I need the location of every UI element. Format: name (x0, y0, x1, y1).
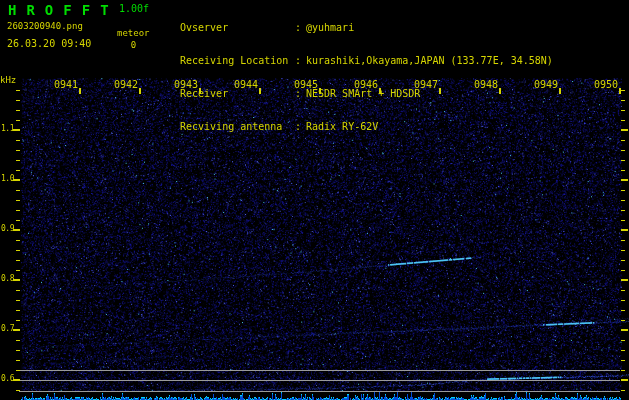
header-value: kurashiki,Okayama,JAPAN (133.77E, 34.58N… (306, 55, 553, 66)
freq-tick-label: 0.9 (0, 225, 14, 233)
header-value: Radix RY-62V (306, 121, 378, 132)
app-version: 1.00f (119, 4, 149, 14)
time-tick-label: 0949 (532, 80, 558, 90)
header-colon: : (295, 23, 306, 33)
header-label: Recviving antenna (180, 122, 295, 132)
header-colon: : (295, 122, 306, 132)
time-tick-label: 0944 (232, 80, 258, 90)
header-label: Ovserver (180, 23, 295, 33)
header-row-receiver: Receiver:NESDR SMArt + HDSDR (180, 89, 553, 102)
freq-axis-unit: kHz (0, 76, 16, 85)
header-value: @yuhmari (306, 22, 354, 33)
freq-tick-label: 1.0 (0, 175, 14, 183)
header-row-antenna: Recviving antenna:Radix RY-62V (180, 122, 553, 135)
time-tick-label: 0941 (52, 80, 78, 90)
observation-datetime: 26.03.20 09:40 (7, 39, 91, 49)
freq-tick-label: 0.8 (0, 275, 14, 283)
hrofft-window: HROFFT 1.00f 2603200940.png meteor 0 26.… (0, 0, 629, 400)
freq-tick-label: 1.1 (0, 125, 14, 133)
header-label: Receiving Location (180, 56, 295, 66)
time-tick-label: 0946 (352, 80, 378, 90)
meteor-count-label: meteor (117, 29, 150, 38)
app-title: HROFFT (8, 3, 119, 17)
time-tick-label: 0942 (112, 80, 138, 90)
time-tick-label: 0945 (292, 80, 318, 90)
freq-tick-label: 0.6 (0, 375, 14, 383)
freq-tick-label: 0.7 (0, 325, 14, 333)
meteor-count-value: 0 (117, 41, 150, 50)
time-tick-label: 0948 (472, 80, 498, 90)
header-row-observer: Ovserver:@yuhmari (180, 23, 553, 36)
time-tick-label: 0943 (172, 80, 198, 90)
header-row-location: Receiving Location:kurashiki,Okayama,JAP… (180, 56, 553, 69)
time-tick-label: 0947 (412, 80, 438, 90)
output-filename: 2603200940.png (7, 22, 83, 31)
header-label: Receiver (180, 89, 295, 99)
header-colon: : (295, 56, 306, 66)
header-colon: : (295, 89, 306, 99)
time-tick-label: 0950 (592, 80, 618, 90)
